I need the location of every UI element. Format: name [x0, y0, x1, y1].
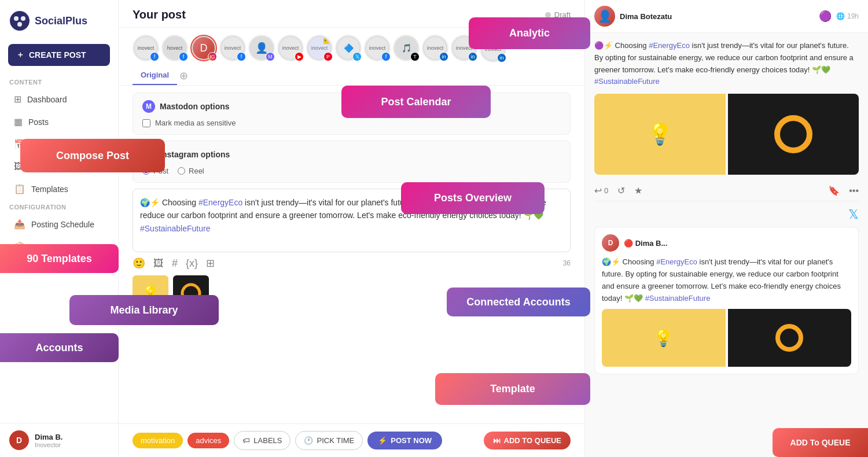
retweet-icon: ↺	[617, 185, 625, 196]
calendar-icon: 📅	[14, 139, 25, 150]
account-avatar-1[interactable]: inovect f	[133, 35, 159, 61]
ring-svg-tweet	[772, 320, 807, 355]
facebook-badge-4: f	[237, 52, 246, 61]
right-avatar: 👤	[594, 6, 615, 27]
post-title: Your post	[133, 8, 186, 21]
sidebar-item-posting-schedule[interactable]: 📤 Posting Schedule	[5, 213, 113, 235]
user-company: Inovector	[35, 441, 62, 448]
plus-icon: ＋	[16, 50, 24, 60]
right-panel: 👤 Dima Botezatu 🟣 🌐 19h 🟣⚡ Choosing #Ene…	[584, 0, 868, 457]
globe-icon: 🌐	[836, 12, 845, 20]
radio-reel-input[interactable]	[178, 167, 185, 175]
accounts-icon: 📦	[14, 241, 25, 252]
tag-advices-button[interactable]: advices	[187, 433, 229, 448]
posting-schedule-label: Posting Schedule	[31, 220, 94, 229]
account-avatar-10[interactable]: 🎵 T	[393, 35, 420, 61]
tab-add-button[interactable]: ⊕	[179, 69, 188, 82]
like-action[interactable]: ★	[634, 185, 642, 196]
mastodon-badge: M	[266, 52, 275, 61]
posts-icon: ▦	[14, 116, 23, 127]
sidebar-item-dashboard[interactable]: ⊞ Dashboard	[5, 89, 113, 110]
bookmark-action[interactable]: 🔖	[828, 185, 840, 196]
bookmark-icon: 🔖	[828, 185, 840, 196]
create-post-label: CREATE POST	[29, 50, 86, 60]
media-thumb-2[interactable]	[173, 275, 209, 311]
account-avatar-6[interactable]: inovect ▶	[277, 35, 304, 61]
account-avatar-8[interactable]: 🔷 𝕏	[335, 35, 362, 61]
dashboard-label: Dashboard	[27, 95, 67, 104]
grid-button[interactable]: ⊞	[206, 257, 215, 270]
accounts-label: Accounts	[31, 242, 65, 252]
sidebar-item-media-library[interactable]: 🖼 Media Library	[5, 156, 113, 177]
tag-motivation-button[interactable]: motivation	[133, 433, 183, 448]
lightning-icon: ⚡	[378, 436, 387, 445]
sidebar-item-accounts[interactable]: 📦 Accounts	[5, 236, 113, 257]
right-post-actions: ↩ 0 ↺ ★ 🔖 •••	[594, 180, 859, 201]
tab-original[interactable]: Original	[133, 66, 177, 85]
account-avatar-7[interactable]: ★ inovect P	[306, 35, 333, 61]
more-icon: •••	[849, 186, 859, 196]
posts-label: Posts	[28, 117, 49, 127]
account-avatar-5[interactable]: 👤 M	[248, 35, 275, 61]
media-thumb-1[interactable]: 💡	[133, 275, 168, 311]
pinterest-badge: P	[323, 52, 333, 61]
ring-svg-right	[770, 111, 816, 157]
post-now-button[interactable]: ⚡ POST NOW	[367, 432, 442, 449]
twitter-icon: 𝕏	[848, 207, 859, 222]
hashtag-button[interactable]: #	[172, 257, 178, 270]
toolbar-icons: 🙂 🖼 # {x} ⊞ 36	[133, 252, 571, 273]
main-area: Your post Draft inovect f hovect f D IG …	[119, 0, 584, 457]
bottom-toolbar: motivation advices 🏷 LABELS 🕐 PICK TIME …	[119, 423, 584, 457]
account-avatar-9[interactable]: inovect f	[364, 35, 391, 61]
draft-dot	[545, 12, 551, 18]
star-icon: ★	[634, 185, 642, 196]
account-avatar-12[interactable]: inovect in	[451, 35, 477, 61]
mastodon-platform-icon: 🟣	[819, 10, 832, 23]
account-avatar-4[interactable]: inovect f	[219, 35, 246, 61]
post-type-row: Post Reel	[142, 167, 561, 175]
right-image-1: 💡	[594, 94, 726, 175]
image-button[interactable]: 🖼	[153, 257, 164, 270]
calendar-label: Calendar	[31, 140, 64, 149]
reply-action[interactable]: ↩ 0	[594, 185, 608, 196]
right-post-text: 🟣⚡ Choosing #EnergyEco isn't just trendy…	[594, 40, 859, 88]
more-action[interactable]: •••	[849, 186, 859, 196]
instagram-icon: IG	[142, 148, 155, 161]
labels-button[interactable]: 🏷 LABELS	[234, 431, 290, 450]
retweet-action[interactable]: ↺	[617, 185, 625, 196]
sidebar: SocialPlus ＋ CREATE POST Content ⊞ Dashb…	[0, 0, 119, 457]
post-text-area[interactable]: 🌍⚡ Choosing #EnergyEco isn't just trendy…	[133, 189, 571, 252]
sidebar-item-calendar[interactable]: 📅 Calendar	[5, 134, 113, 155]
create-post-button[interactable]: ＋ CREATE POST	[8, 44, 110, 66]
radio-reel[interactable]: Reel	[178, 167, 204, 175]
draft-label: Draft	[554, 10, 571, 19]
emoji-button[interactable]: 🙂	[133, 257, 145, 270]
pick-time-label: PICK TIME	[317, 436, 354, 445]
compose-area: M Mastodon options Mark media as sensiti…	[119, 86, 584, 423]
main-header: Your post Draft	[119, 0, 584, 28]
tweet-image-2	[728, 309, 852, 367]
radio-post-input[interactable]	[142, 167, 150, 175]
linkedin-badge-11: in	[439, 52, 448, 61]
sidebar-item-templates[interactable]: 📋 Templates	[5, 178, 113, 200]
linkedin-badge-12: in	[468, 52, 477, 61]
account-avatar-13[interactable]: inovect in	[480, 36, 506, 62]
mastodon-options-header: M Mastodon options	[142, 100, 561, 113]
pick-time-button[interactable]: 🕐 PICK TIME	[295, 431, 363, 450]
add-to-queue-button[interactable]: ⏭ ADD TO QUEUE	[484, 432, 571, 449]
ring-svg	[179, 282, 203, 305]
radio-post[interactable]: Post	[142, 167, 168, 175]
account-avatar-2[interactable]: hovect f	[161, 35, 188, 61]
account-avatar-11[interactable]: inovect in	[422, 35, 448, 61]
media-preview-row: 💡	[133, 275, 571, 311]
fb-badge-9: f	[381, 52, 391, 61]
tweet-user-name: 🔴 Dima B...	[624, 239, 851, 248]
right-user-info: 👤 Dima Botezatu	[594, 6, 672, 27]
sidebar-item-posts[interactable]: ▦ Posts	[5, 111, 113, 132]
account-avatar-3[interactable]: D IG	[190, 35, 217, 61]
right-images-grid: 💡	[594, 94, 859, 175]
mark-sensitive-checkbox[interactable]	[142, 119, 150, 127]
variable-button[interactable]: {x}	[186, 257, 198, 270]
tweet-avatar: D	[602, 234, 619, 252]
svg-point-0	[10, 11, 30, 31]
